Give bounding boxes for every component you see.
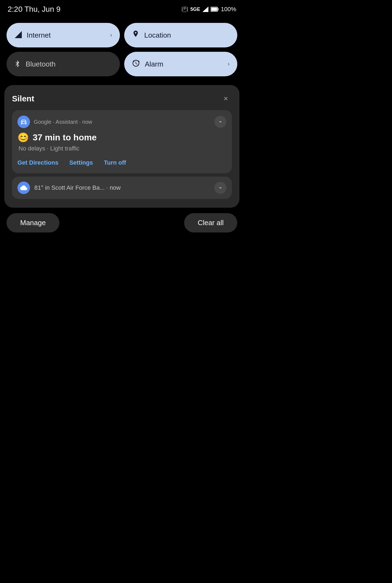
svg-marker-0 [202, 7, 208, 12]
weather-text: 81° in Scott Air Force Ba... · now [34, 184, 210, 191]
assistant-collapse-button[interactable] [214, 116, 226, 128]
silent-panel: Silent × Google · Assistant · now 😊 37 m… [4, 85, 239, 208]
svg-rect-3 [211, 8, 217, 11]
notif-header: Google · Assistant · now [17, 116, 226, 128]
signal-icon [202, 7, 208, 12]
assistant-sub-text: No delays · Light traffic [17, 145, 226, 152]
get-directions-button[interactable]: Get Directions [17, 156, 64, 169]
battery-icon [211, 7, 219, 12]
assistant-notification: Google · Assistant · now 😊 37 min to hom… [12, 110, 232, 173]
assistant-main-text: 37 min to home [33, 132, 97, 143]
location-icon [132, 30, 139, 41]
internet-icon [14, 31, 22, 40]
silent-title: Silent [12, 94, 34, 103]
vibrate-icon: 📳 [181, 6, 188, 13]
battery-percentage: 100% [221, 6, 236, 13]
svg-point-5 [22, 122, 23, 123]
status-icons: 📳 5GE 100% [181, 6, 236, 13]
bottom-actions: Manage Clear all [0, 208, 244, 239]
internet-tile[interactable]: Internet › [7, 23, 120, 47]
bluetooth-label: Bluetooth [26, 60, 112, 68]
svg-rect-2 [218, 8, 218, 10]
svg-point-6 [25, 122, 25, 123]
assistant-app-icon [17, 116, 30, 128]
quick-tiles: Internet › Location Bluetooth Alarm [0, 16, 244, 81]
bluetooth-tile[interactable]: Bluetooth [7, 52, 120, 76]
bluetooth-icon [14, 59, 21, 70]
location-label: Location [144, 31, 230, 40]
location-tile[interactable]: Location [124, 23, 238, 47]
internet-arrow: › [110, 32, 112, 39]
clear-all-button[interactable]: Clear all [184, 213, 237, 232]
alarm-arrow: › [228, 61, 230, 68]
turn-off-button[interactable]: Turn off [104, 156, 131, 169]
alarm-label: Alarm [145, 60, 223, 68]
settings-button[interactable]: Settings [69, 156, 98, 169]
manage-button[interactable]: Manage [7, 213, 59, 232]
alarm-tile[interactable]: Alarm › [124, 52, 238, 76]
assistant-content: 😊 37 min to home [17, 132, 226, 143]
alarm-icon [132, 59, 140, 69]
assistant-meta: Google · Assistant · now [34, 119, 211, 125]
assistant-actions: Get Directions Settings Turn off [17, 156, 226, 169]
assistant-emoji: 😊 [17, 132, 29, 143]
status-time: 2:20 Thu, Jun 9 [8, 5, 60, 14]
weather-expand-button[interactable] [214, 182, 226, 194]
silent-close-button[interactable]: × [220, 93, 232, 105]
internet-label: Internet [27, 31, 105, 40]
weather-notification[interactable]: 81° in Scott Air Force Ba... · now [12, 177, 232, 199]
svg-marker-4 [15, 31, 22, 38]
status-bar: 2:20 Thu, Jun 9 📳 5GE 100% [0, 0, 244, 16]
network-type: 5GE [190, 7, 200, 12]
weather-app-icon [17, 182, 30, 194]
silent-header: Silent × [12, 93, 232, 105]
